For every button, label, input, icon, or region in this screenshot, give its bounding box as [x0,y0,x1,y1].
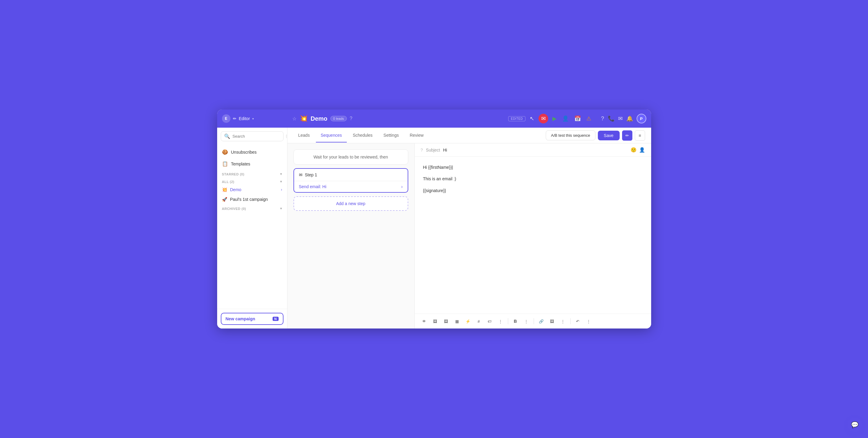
bold-button[interactable]: B [510,316,520,326]
add-user-tool-icon[interactable]: 👤 [561,114,570,123]
more-history-button[interactable]: ⋮ [584,316,594,326]
email-line-3: {{signature}} [423,187,643,194]
tab-leads[interactable]: Leads [293,129,315,142]
campaign-title-section: ☆ 💥 Demo 0 leads ? [292,115,504,123]
more-format-icon: ⋮ [524,319,528,324]
subject-label: Subject [426,147,440,153]
archived-section-header[interactable]: ARCHIVED (0) ▾ [217,204,287,212]
email-line-2: This is an email :) [423,175,643,182]
toolbar-separator-2 [534,318,534,324]
inline-image-button[interactable]: 🖼 [441,316,451,326]
toolbar-separator-3 [570,318,570,324]
subject-help-icon[interactable]: ? [421,147,423,153]
sidebar-item-demo[interactable]: 💥 Demo › [217,185,287,195]
tab-schedules[interactable]: Schedules [348,129,377,142]
pauls-label: Paul's 1st campaign [230,197,268,202]
dots-icon: ⋮ [498,319,502,324]
split-pane: Wait for your leads to be reviewed, then… [287,143,651,329]
phone-icon[interactable]: 📞 [608,115,615,122]
add-step-button[interactable]: Add a new step [293,196,408,211]
pencil-view-icon: ✏ [625,133,629,138]
bell-icon[interactable]: 🔔 [626,115,633,122]
subject-input[interactable] [443,147,627,153]
undo-button[interactable]: ↶ [573,316,583,326]
question-icon[interactable]: ? [601,115,604,122]
starred-section-header[interactable]: STARRED (0) ▾ [217,170,287,177]
star-icon[interactable]: ☆ [292,116,297,122]
subject-bar: ? Subject 🙂 👤 [414,143,651,157]
step-body[interactable]: Send email: Hi › [294,181,408,192]
list-view-button[interactable]: ≡ [635,130,645,141]
preview-button[interactable]: 👁 [420,316,429,326]
user-profile-avatar[interactable]: P [637,114,646,124]
unsubscribes-icon: 🍪 [222,149,228,155]
pencil-icon: ✏ [233,116,237,121]
main-layout: 🔍 ⌘K 🍪 Unsubscribes 📋 Templates STARRED … [217,128,651,329]
warning-tool-icon[interactable]: ⚠ [585,114,592,123]
more-history-icon: ⋮ [587,319,591,324]
archived-chevron-icon: ▾ [280,207,282,210]
sidebar: 🔍 ⌘K 🍪 Unsubscribes 📋 Templates STARRED … [217,128,287,329]
variable-button[interactable]: ⚡ [463,316,473,326]
search-input[interactable] [232,134,283,139]
dropdown-arrow-icon[interactable]: ▾ [252,117,254,121]
more-insert-button[interactable]: ⋮ [558,316,568,326]
more-options-button[interactable]: ⋮ [496,316,505,326]
sidebar-item-pauls-campaign[interactable]: 🚀 Paul's 1st campaign [217,195,287,204]
subject-actions: 🙂 👤 [630,147,645,153]
chat-widget-button[interactable]: 💬 [847,417,862,432]
play-tool-icon[interactable]: ▶ [551,114,558,123]
envelope-icon: ✉ [299,172,303,177]
step-card[interactable]: ✉ Step 1 Send email: Hi › [293,168,408,193]
sidebar-item-unsubscribes[interactable]: 🍪 Unsubscribes [217,146,287,158]
more-insert-icon: ⋮ [561,319,565,324]
table-icon: ▦ [455,319,459,324]
edit-view-button[interactable]: ✏ [622,130,632,141]
campaign-emoji-icon: 💥 [300,115,308,123]
mail-icon[interactable]: ✉ [618,115,623,122]
all-chevron-icon: ▾ [280,180,282,183]
image-button[interactable]: 🖼 [430,316,440,326]
tab-settings[interactable]: Settings [379,129,404,142]
tab-bar: Leads Sequences Schedules Settings Revie… [287,128,651,143]
tag-button[interactable]: 🏷 [485,316,495,326]
hash-button[interactable]: # [474,316,484,326]
search-icon: 🔍 [224,133,230,139]
wait-card: Wait for your leads to be reviewed, then [293,149,408,165]
email-tool-icon[interactable]: ✉ [538,114,548,124]
sidebar-item-templates[interactable]: 📋 Templates [217,158,287,170]
all-section-header[interactable]: ALL (2) ▾ [217,177,287,185]
send-email-label: Send email: Hi [299,184,327,189]
help-icon[interactable]: ? [350,116,352,121]
cursor-tool-icon[interactable]: ↖ [528,114,535,123]
table-button[interactable]: ▦ [452,316,462,326]
eye-icon: 👁 [422,319,426,324]
sidebar-navigation: 🍪 Unsubscribes 📋 Templates STARRED (0) ▾… [217,145,287,213]
email-editor: ? Subject 🙂 👤 Hi {{firstName}} This is a… [414,143,651,329]
personalize-icon[interactable]: 👤 [639,147,645,153]
tab-sequences[interactable]: Sequences [316,129,347,142]
emoji-picker-icon[interactable]: 🙂 [630,147,637,153]
link-button[interactable]: 🔗 [536,316,546,326]
ab-test-button[interactable]: A/B test this sequence [546,130,595,140]
leads-badge: 0 leads [331,116,346,121]
unsubscribes-label: Unsubscribes [231,150,257,155]
more-format-button[interactable]: ⋮ [522,316,531,326]
bold-icon: B [514,319,517,324]
new-campaign-button[interactable]: New campaign N [221,313,283,325]
email-toolbar: 👁 🖼 🖼 ▦ ⚡ [414,314,651,329]
new-campaign-label: New campaign [226,316,255,321]
step-expand-icon[interactable]: › [401,184,403,189]
media-icon: 🖼 [550,319,554,324]
top-bar: E ✏ Editor ▾ ☆ 💥 Demo 0 leads ? EDITED ↖… [217,109,651,128]
demo-chevron-icon: › [281,188,282,192]
list-view-icon: ≡ [639,133,641,138]
top-bar-right-section: EDITED ↖ ✉ ▶ 👤 📅 ⚠ [508,114,593,124]
save-button[interactable]: Save [598,131,620,140]
email-body[interactable]: Hi {{firstName}} This is an email :) {{s… [414,157,651,314]
tab-review[interactable]: Review [405,129,429,142]
media-button[interactable]: 🖼 [547,316,557,326]
undo-icon: ↶ [576,319,579,324]
calendar-tool-icon[interactable]: 📅 [573,114,582,123]
search-box[interactable]: 🔍 ⌘K [221,131,283,141]
